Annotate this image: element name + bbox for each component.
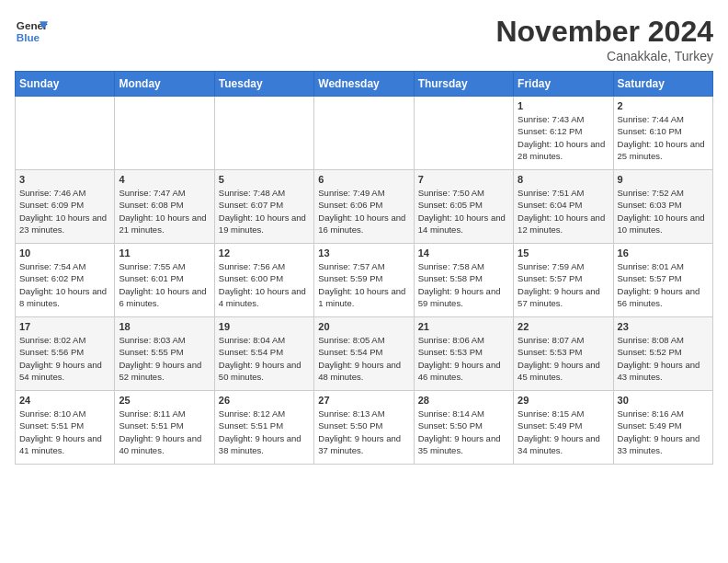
day-info: Sunrise: 7:46 AM Sunset: 6:09 PM Dayligh… [19, 187, 110, 236]
calendar-header-thursday: Thursday [414, 72, 513, 97]
day-number: 29 [518, 395, 609, 406]
day-info: Sunrise: 8:13 AM Sunset: 5:50 PM Dayligh… [318, 408, 409, 456]
calendar-day-28: 28Sunrise: 8:14 AM Sunset: 5:50 PM Dayli… [414, 391, 513, 465]
calendar-day-7: 7Sunrise: 7:50 AM Sunset: 6:05 PM Daylig… [414, 170, 513, 244]
day-number: 17 [19, 321, 110, 332]
calendar-day-2: 2Sunrise: 7:44 AM Sunset: 6:10 PM Daylig… [613, 97, 712, 170]
calendar-header-sunday: Sunday [16, 72, 115, 97]
calendar-day-23: 23Sunrise: 8:08 AM Sunset: 5:52 PM Dayli… [613, 317, 712, 391]
day-info: Sunrise: 7:59 AM Sunset: 5:57 PM Dayligh… [518, 260, 609, 309]
day-number: 8 [518, 174, 609, 185]
day-info: Sunrise: 8:11 AM Sunset: 5:51 PM Dayligh… [119, 408, 210, 456]
location: Canakkale, Turkey [495, 49, 713, 63]
day-info: Sunrise: 8:04 AM Sunset: 5:54 PM Dayligh… [219, 334, 310, 383]
day-number: 7 [418, 174, 509, 185]
day-number: 1 [518, 100, 609, 111]
day-info: Sunrise: 8:16 AM Sunset: 5:49 PM Dayligh… [618, 408, 709, 456]
day-info: Sunrise: 7:47 AM Sunset: 6:08 PM Dayligh… [119, 187, 210, 236]
day-info: Sunrise: 7:57 AM Sunset: 5:59 PM Dayligh… [318, 260, 409, 309]
day-info: Sunrise: 8:07 AM Sunset: 5:53 PM Dayligh… [518, 334, 609, 383]
calendar-header-row: SundayMondayTuesdayWednesdayThursdayFrid… [16, 72, 713, 97]
day-number: 9 [618, 174, 709, 185]
calendar-day-27: 27Sunrise: 8:13 AM Sunset: 5:50 PM Dayli… [314, 391, 414, 465]
title-block: November 2024 Canakkale, Turkey [495, 15, 713, 63]
calendar-day-5: 5Sunrise: 7:48 AM Sunset: 6:07 PM Daylig… [214, 170, 313, 244]
calendar-week-5: 24Sunrise: 8:10 AM Sunset: 5:51 PM Dayli… [16, 391, 713, 465]
day-number: 13 [318, 247, 409, 259]
calendar-empty-cell [16, 97, 115, 170]
day-number: 11 [119, 247, 210, 259]
calendar-empty-cell [314, 97, 414, 170]
day-info: Sunrise: 8:14 AM Sunset: 5:50 PM Dayligh… [418, 408, 509, 456]
calendar-day-6: 6Sunrise: 7:49 AM Sunset: 6:06 PM Daylig… [314, 170, 414, 244]
calendar-header-tuesday: Tuesday [214, 72, 313, 97]
calendar-day-21: 21Sunrise: 8:06 AM Sunset: 5:53 PM Dayli… [414, 317, 513, 391]
day-info: Sunrise: 7:52 AM Sunset: 6:03 PM Dayligh… [618, 187, 709, 236]
calendar-day-22: 22Sunrise: 8:07 AM Sunset: 5:53 PM Dayli… [514, 317, 613, 391]
day-number: 3 [19, 174, 110, 185]
day-info: Sunrise: 8:06 AM Sunset: 5:53 PM Dayligh… [418, 334, 509, 383]
month-title: November 2024 [495, 15, 713, 49]
day-info: Sunrise: 8:15 AM Sunset: 5:49 PM Dayligh… [518, 408, 609, 456]
day-info: Sunrise: 7:55 AM Sunset: 6:01 PM Dayligh… [119, 260, 210, 309]
day-info: Sunrise: 7:54 AM Sunset: 6:02 PM Dayligh… [19, 260, 110, 309]
logo-icon: General Blue [15, 15, 48, 48]
calendar-day-24: 24Sunrise: 8:10 AM Sunset: 5:51 PM Dayli… [16, 391, 115, 465]
calendar-header-monday: Monday [115, 72, 214, 97]
day-number: 23 [618, 321, 709, 332]
day-number: 10 [19, 247, 110, 259]
day-number: 14 [418, 247, 509, 259]
calendar-day-12: 12Sunrise: 7:56 AM Sunset: 6:00 PM Dayli… [214, 244, 313, 317]
calendar-day-13: 13Sunrise: 7:57 AM Sunset: 5:59 PM Dayli… [314, 244, 414, 317]
day-info: Sunrise: 8:01 AM Sunset: 5:57 PM Dayligh… [618, 260, 709, 309]
calendar-week-2: 3Sunrise: 7:46 AM Sunset: 6:09 PM Daylig… [16, 170, 713, 244]
calendar-empty-cell [214, 97, 313, 170]
day-info: Sunrise: 7:51 AM Sunset: 6:04 PM Dayligh… [518, 187, 609, 236]
day-number: 4 [119, 174, 210, 185]
calendar-header-friday: Friday [514, 72, 613, 97]
day-number: 28 [418, 395, 509, 406]
day-number: 6 [318, 174, 409, 185]
day-info: Sunrise: 7:48 AM Sunset: 6:07 PM Dayligh… [219, 187, 310, 236]
calendar-day-26: 26Sunrise: 8:12 AM Sunset: 5:51 PM Dayli… [214, 391, 313, 465]
day-number: 24 [19, 395, 110, 406]
calendar-day-1: 1Sunrise: 7:43 AM Sunset: 6:12 PM Daylig… [514, 97, 613, 170]
calendar-day-9: 9Sunrise: 7:52 AM Sunset: 6:03 PM Daylig… [613, 170, 712, 244]
calendar-day-16: 16Sunrise: 8:01 AM Sunset: 5:57 PM Dayli… [613, 244, 712, 317]
logo: General Blue [15, 15, 48, 48]
day-number: 26 [219, 395, 310, 406]
day-number: 19 [219, 321, 310, 332]
calendar-day-25: 25Sunrise: 8:11 AM Sunset: 5:51 PM Dayli… [115, 391, 214, 465]
calendar-week-1: 1Sunrise: 7:43 AM Sunset: 6:12 PM Daylig… [16, 97, 713, 170]
calendar-day-17: 17Sunrise: 8:02 AM Sunset: 5:56 PM Dayli… [16, 317, 115, 391]
day-number: 21 [418, 321, 509, 332]
day-info: Sunrise: 7:49 AM Sunset: 6:06 PM Dayligh… [318, 187, 409, 236]
calendar-day-19: 19Sunrise: 8:04 AM Sunset: 5:54 PM Dayli… [214, 317, 313, 391]
day-info: Sunrise: 8:12 AM Sunset: 5:51 PM Dayligh… [219, 408, 310, 456]
page-header: General Blue November 2024 Canakkale, Tu… [15, 15, 713, 63]
day-info: Sunrise: 7:56 AM Sunset: 6:00 PM Dayligh… [219, 260, 310, 309]
day-number: 2 [618, 100, 709, 111]
day-info: Sunrise: 7:44 AM Sunset: 6:10 PM Dayligh… [618, 113, 709, 162]
day-info: Sunrise: 8:03 AM Sunset: 5:55 PM Dayligh… [119, 334, 210, 383]
day-info: Sunrise: 8:08 AM Sunset: 5:52 PM Dayligh… [618, 334, 709, 383]
day-number: 22 [518, 321, 609, 332]
calendar-empty-cell [115, 97, 214, 170]
day-info: Sunrise: 8:10 AM Sunset: 5:51 PM Dayligh… [19, 408, 110, 456]
calendar-day-20: 20Sunrise: 8:05 AM Sunset: 5:54 PM Dayli… [314, 317, 414, 391]
calendar-day-8: 8Sunrise: 7:51 AM Sunset: 6:04 PM Daylig… [514, 170, 613, 244]
day-number: 5 [219, 174, 310, 185]
calendar-day-11: 11Sunrise: 7:55 AM Sunset: 6:01 PM Dayli… [115, 244, 214, 317]
day-number: 16 [618, 247, 709, 259]
calendar-day-14: 14Sunrise: 7:58 AM Sunset: 5:58 PM Dayli… [414, 244, 513, 317]
calendar-table: SundayMondayTuesdayWednesdayThursdayFrid… [15, 71, 713, 465]
calendar-day-29: 29Sunrise: 8:15 AM Sunset: 5:49 PM Dayli… [514, 391, 613, 465]
calendar-header-wednesday: Wednesday [314, 72, 414, 97]
calendar-day-10: 10Sunrise: 7:54 AM Sunset: 6:02 PM Dayli… [16, 244, 115, 317]
calendar-day-30: 30Sunrise: 8:16 AM Sunset: 5:49 PM Dayli… [613, 391, 712, 465]
calendar-empty-cell [414, 97, 513, 170]
day-info: Sunrise: 7:50 AM Sunset: 6:05 PM Dayligh… [418, 187, 509, 236]
day-number: 20 [318, 321, 409, 332]
day-number: 27 [318, 395, 409, 406]
day-info: Sunrise: 7:43 AM Sunset: 6:12 PM Dayligh… [518, 113, 609, 162]
